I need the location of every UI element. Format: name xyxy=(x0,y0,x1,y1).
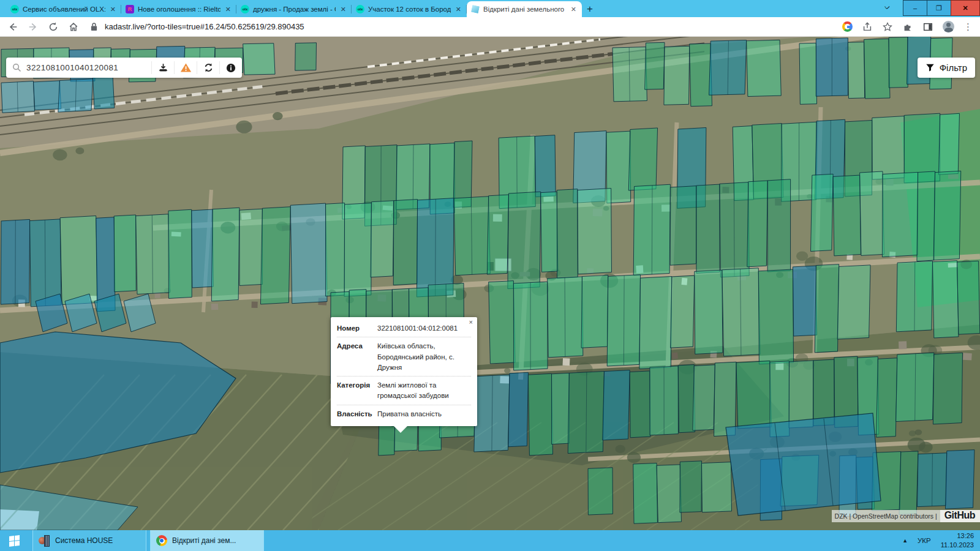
taskbar-app-label: Система HOUSE xyxy=(55,536,113,545)
clock-time: 13:26 xyxy=(957,532,974,539)
language-indicator[interactable]: УКР xyxy=(918,537,931,544)
share-icon[interactable] xyxy=(862,21,873,32)
window-controls: – ❐ ✕ xyxy=(903,0,980,16)
house-app-icon xyxy=(39,535,50,547)
tab-title: Участок 12 соток в Бородянском xyxy=(368,6,451,13)
browser-window: olx Сервис объявлений OLX: сайт о ✕ R Но… xyxy=(0,0,980,551)
taskbar-app-house[interactable]: Система HOUSE xyxy=(32,530,146,551)
tab-olx-service[interactable]: olx Сервис объявлений OLX: сайт о ✕ xyxy=(6,1,121,17)
taskbar-clock[interactable]: 13:26 11.10.2023 xyxy=(941,531,974,550)
popup-value: Київська область, Бородянський район, с.… xyxy=(377,341,471,373)
popup-label: Номер xyxy=(337,323,377,334)
taskbar-app-chrome[interactable]: Відкриті дані зем... xyxy=(150,530,264,551)
popup-label: Категорія xyxy=(337,380,377,402)
taskbar-app-label: Відкриті дані зем... xyxy=(172,536,236,545)
olx-favicon-icon: olx xyxy=(10,5,19,13)
forward-icon[interactable] xyxy=(28,21,39,32)
side-panel-icon[interactable] xyxy=(922,21,933,32)
search-input[interactable] xyxy=(26,63,151,72)
extensions-puzzle-icon[interactable] xyxy=(902,21,913,32)
tab-close-icon[interactable]: ✕ xyxy=(109,6,117,13)
refresh-icon[interactable] xyxy=(197,61,219,74)
new-tab-button[interactable]: + xyxy=(582,1,598,17)
tray-chevron-icon[interactable]: ▲ xyxy=(902,538,908,544)
home-icon[interactable] xyxy=(68,21,79,32)
olx-favicon-icon: olx xyxy=(356,5,364,13)
map-area: Фільтр × Номер 3221081001:04:012:0081 Ад… xyxy=(0,37,980,530)
popup-close-icon[interactable]: × xyxy=(469,319,473,326)
popup-value: Приватна власність xyxy=(377,409,471,419)
popup-label: Адреса xyxy=(337,341,377,373)
popup-row-ownership: Власність Приватна власність xyxy=(337,405,471,422)
filter-button[interactable]: Фільтр xyxy=(918,58,975,78)
rieltor-favicon-icon: R xyxy=(126,5,134,13)
tab-search-chevron-icon[interactable]: ᨆ xyxy=(884,3,891,11)
download-icon[interactable] xyxy=(151,61,174,74)
map-attribution: DZK | OpenStreetMap contributors | GitHu… xyxy=(832,510,980,522)
minimize-button[interactable]: – xyxy=(903,0,927,16)
tab-strip: olx Сервис объявлений OLX: сайт о ✕ R Но… xyxy=(0,0,980,17)
attribution-text[interactable]: DZK | OpenStreetMap contributors | xyxy=(832,510,940,522)
taskbar: Система HOUSE Відкриті дані зем... ▲ УКР… xyxy=(0,530,980,551)
tab-close-icon[interactable]: ✕ xyxy=(339,6,347,13)
lock-icon[interactable] xyxy=(88,21,99,32)
parcel-info-popup: × Номер 3221081001:04:012:0081 Адреса Ки… xyxy=(331,317,477,426)
tab-title: Сервис объявлений OLX: сайт о xyxy=(23,6,105,13)
tab-rieltor[interactable]: R Нове оголошення :: Rieltor.ua ✕ xyxy=(121,1,236,17)
start-button[interactable] xyxy=(0,530,29,551)
google-icon[interactable] xyxy=(842,21,853,32)
search-icon xyxy=(12,63,21,72)
url-toolbar: kadastr.live/?orto-tiles=true#16.24/50.6… xyxy=(0,17,980,37)
tab-olx-druzhnia[interactable]: olx дружня - Продаж землі - OLX.ua ✕ xyxy=(236,1,352,17)
reload-icon[interactable] xyxy=(48,21,59,32)
tab-olx-uchastok[interactable]: olx Участок 12 соток в Бородянском ✕ xyxy=(352,1,467,17)
url-text[interactable]: kadastr.live/?orto-tiles=true#16.24/50.6… xyxy=(105,22,304,31)
funnel-icon xyxy=(925,63,935,72)
windows-logo-icon xyxy=(9,535,20,547)
tab-title: Нове оголошення :: Rieltor.ua xyxy=(138,6,221,13)
map-canvas[interactable] xyxy=(0,37,980,530)
tab-close-icon[interactable]: ✕ xyxy=(454,6,462,13)
maximize-button[interactable]: ❐ xyxy=(927,0,951,16)
kadastr-favicon-icon xyxy=(470,4,481,15)
system-tray: ▲ УКР 13:26 11.10.2023 xyxy=(902,530,980,551)
profile-avatar[interactable] xyxy=(943,21,954,32)
popup-value: Землі житлової та громадської забудови xyxy=(377,380,471,402)
popup-row-category: Категорія Землі житлової та громадської … xyxy=(337,377,471,405)
omnibox[interactable]: kadastr.live/?orto-tiles=true#16.24/50.6… xyxy=(88,21,833,32)
github-logo[interactable]: GitHub xyxy=(940,510,980,522)
info-icon[interactable] xyxy=(219,61,242,74)
warning-icon[interactable] xyxy=(174,61,197,74)
tab-title: Відкриті дані земельного кадастру xyxy=(483,6,566,13)
popup-label: Власність xyxy=(337,409,377,419)
cadastre-search-card xyxy=(6,58,242,78)
popup-row-address: Адреса Київська область, Бородянський ра… xyxy=(337,337,471,377)
tab-title: дружня - Продаж землі - OLX.ua xyxy=(253,6,336,13)
popup-row-number: Номер 3221081001:04:012:0081 xyxy=(337,320,471,337)
back-icon[interactable] xyxy=(7,21,18,32)
filter-label: Фільтр xyxy=(940,62,967,73)
close-window-button[interactable]: ✕ xyxy=(951,0,980,16)
chrome-icon xyxy=(156,535,167,546)
clock-date: 11.10.2023 xyxy=(941,541,974,549)
bookmark-star-icon[interactable] xyxy=(882,21,893,32)
tab-close-icon[interactable]: ✕ xyxy=(224,6,232,13)
olx-favicon-icon: olx xyxy=(241,5,249,13)
tab-kadastr-active[interactable]: Відкриті дані земельного кадастру ✕ xyxy=(467,1,582,17)
tab-close-icon[interactable]: ✕ xyxy=(570,6,578,13)
popup-value: 3221081001:04:012:0081 xyxy=(377,323,471,334)
browser-menu-icon[interactable]: ⋮ xyxy=(963,21,973,32)
